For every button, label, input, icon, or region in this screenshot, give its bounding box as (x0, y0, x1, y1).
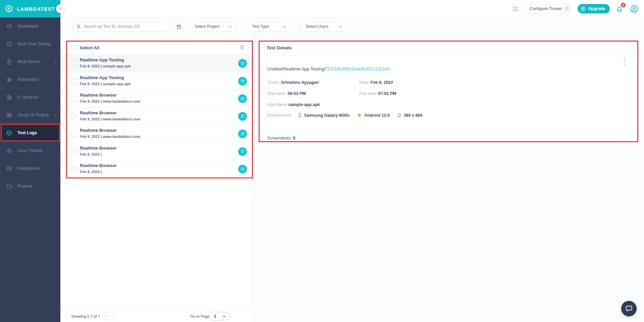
pagination-summary: Showing 1-7 of 7 (71, 314, 100, 318)
pagination-bar: Showing 1-7 of 7 ‹ › Go to Page : 1 (60, 310, 253, 322)
test-row[interactable]: Realtime Browser Feb 9, 2022 | www.lambd… (60, 90, 253, 108)
start-time-row: Start time: 06:53 PM (267, 91, 306, 96)
android-icon (357, 113, 362, 118)
search-box (72, 21, 170, 32)
realtime-test-icon (238, 129, 247, 138)
sidebar-item-label: Real Device (17, 59, 40, 64)
tester-row: Tester: Srivishnu Ayyagari (267, 80, 319, 85)
row-checkbox[interactable] (71, 149, 76, 154)
visual-eye-window-icon (6, 112, 12, 118)
test-subtitle: Feb 9, 2022 | www.lambdatest.com (80, 99, 141, 103)
chat-widget-button[interactable] (621, 301, 637, 316)
select-project-dropdown[interactable]: Select Project (189, 21, 236, 32)
delete-selected-button[interactable] (239, 44, 245, 50)
previous-page-button[interactable]: ‹ (102, 313, 109, 320)
configure-tunnel-button[interactable]: Configure Tunnel ? (524, 4, 572, 13)
sidebar-item-real-device[interactable]: Real Device (0, 53, 60, 71)
device-group: Samsung Galaxy M30s (298, 113, 350, 118)
test-subtitle: Feb 9, 2022 | sample-app.apk (80, 82, 131, 86)
upgrade-arrow-icon (580, 6, 586, 12)
sidebar-item-test-logs[interactable]: Test Logs (0, 124, 60, 142)
start-time-value: 06:53 PM (287, 91, 306, 96)
upgrade-button[interactable]: Upgrade (578, 4, 610, 13)
sidebar-item-lt-browser[interactable]: LT Browser (0, 89, 60, 106)
select-all-label: Select All (80, 45, 99, 50)
start-time-label: Start time: (267, 91, 286, 96)
row-checkbox[interactable] (71, 131, 76, 137)
row-checkbox[interactable] (71, 79, 76, 84)
select-users-dropdown[interactable]: Select Users (300, 21, 347, 32)
sidebar-item-label: Automation (17, 77, 39, 82)
end-time-label: End time: (359, 91, 377, 96)
test-row[interactable]: Realtime Browser Feb 9, 2022 | www.lambd… (60, 125, 253, 143)
help-icon[interactable]: ? (564, 6, 570, 12)
apps-grid-icon[interactable] (512, 6, 519, 12)
sidebar-item-label: Visual UI Testing (17, 113, 49, 117)
test-id-link[interactable]: TES10020921644413012132160 (325, 66, 390, 71)
test-row[interactable]: Realtime Browser Feb 9, 2022 | www.lambd… (60, 108, 253, 125)
date-value: Feb 9, 2022 (370, 80, 393, 85)
details-divider (259, 56, 638, 56)
brand-logo[interactable]: LAMBDATEST (0, 0, 60, 17)
sidebar-item-label: Projects (17, 184, 33, 189)
select-all-checkbox[interactable] (71, 45, 76, 50)
sidebar-item-label: Dashboard (17, 24, 38, 29)
chevron-down-icon (53, 60, 57, 64)
test-title: Realtime Browser (80, 163, 117, 168)
sidebar-item-label: Integrations (17, 166, 39, 171)
user-avatar[interactable] (630, 4, 639, 13)
notifications-bell-icon[interactable]: 5 (615, 4, 624, 13)
environment-label: Environment: (267, 113, 292, 118)
row-checkbox[interactable] (71, 61, 76, 66)
pager: ‹ › (101, 312, 117, 320)
row-checkbox[interactable] (71, 167, 76, 172)
sidebar-item-automation[interactable]: Automation (0, 71, 60, 89)
test-row[interactable]: Realtime App Testing Feb 9, 2022 | sampl… (60, 72, 253, 90)
sidebar-item-dashboard[interactable]: Dashboard (0, 17, 60, 35)
row-checkbox[interactable] (71, 114, 76, 119)
screenshots-label: Screenshots: (267, 136, 292, 141)
test-list-panel: Select All Realtime App Testing Feb 9, 2… (60, 32, 253, 322)
test-title: Realtime Browser (80, 128, 117, 133)
test-type-dropdown[interactable]: Test Type (246, 21, 291, 32)
brand-name: LAMBDATEST (17, 6, 55, 12)
search-input[interactable] (84, 24, 170, 29)
topbar: LAMBDATEST Configure Tunnel ? Upgrade (0, 0, 644, 17)
page-select-value: 1 (214, 314, 216, 319)
test-title: Realtime Browser (80, 146, 117, 151)
sidebar-item-integrations[interactable]: Integrations (0, 160, 60, 177)
test-row[interactable]: Realtime App Testing Feb 9, 2022 | sampl… (60, 55, 253, 72)
test-title: Realtime App Testing (80, 57, 124, 62)
end-time-row: End time: 07:02 PM (359, 91, 396, 96)
app-name-row: App Name:sample-app.apk (267, 102, 320, 107)
date-filter-button[interactable] (174, 21, 183, 32)
mobile-device-icon (298, 113, 302, 118)
sidebar-item-visual-ui-testing[interactable]: Visual UI Testing (0, 106, 60, 124)
test-row[interactable]: Realtime Browser Feb 8, 2022 | (60, 160, 253, 178)
page-select-dropdown[interactable]: 1 (209, 312, 230, 321)
chevron-down-icon (283, 25, 286, 29)
row-checkbox[interactable] (71, 96, 76, 101)
notification-count-badge: 5 (621, 3, 626, 7)
sidebar-item-projects[interactable]: Projects (0, 177, 60, 195)
test-row[interactable]: Realtime Browser Feb 9, 2022 | (60, 143, 253, 161)
sidebar-item-real-time-testing[interactable]: Real Time Testing (0, 35, 60, 53)
chevron-down-icon (222, 315, 226, 318)
sidebar-collapse-button[interactable] (56, 4, 65, 13)
tester-label: Tester: (267, 80, 280, 85)
next-page-button[interactable]: › (110, 313, 117, 320)
sidebar-item-issue-tracker[interactable]: Issue Tracker (0, 142, 60, 160)
screenshots-value: 0 (293, 136, 295, 141)
breadcrumb: Untitled/Realtime App Testing/TES1002092… (267, 66, 390, 71)
realtime-test-icon (238, 147, 247, 156)
kebab-menu-icon[interactable] (624, 58, 625, 65)
end-time-value: 07:02 PM (378, 91, 396, 96)
select-users-value: Select Users (306, 24, 339, 29)
test-details-panel: Test Details Untitled/Realtime App Testi… (259, 41, 638, 142)
test-type-value: Test Type (252, 24, 283, 29)
os-value: Android 12.0 (364, 113, 390, 118)
mobile-device-icon (6, 59, 12, 65)
test-subtitle: Feb 9, 2022 | sample-app.apk (80, 64, 131, 68)
realtime-test-icon (238, 94, 247, 103)
os-group: Android 12.0 (357, 113, 390, 118)
